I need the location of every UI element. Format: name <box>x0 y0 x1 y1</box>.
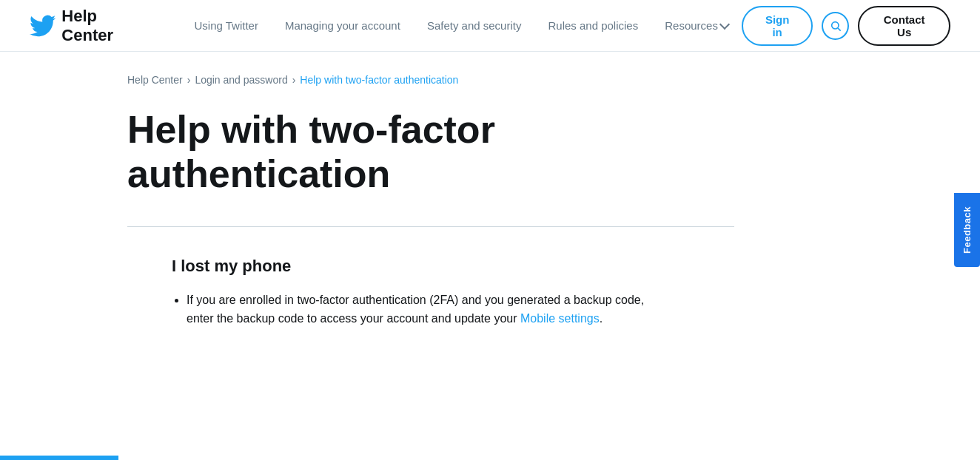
bullet-suffix: . <box>600 312 603 325</box>
section-divider <box>127 226 734 227</box>
mobile-settings-link[interactable]: Mobile settings <box>520 312 600 325</box>
section-heading: I lost my phone <box>172 257 660 276</box>
nav-using-twitter[interactable]: Using Twitter <box>181 0 272 52</box>
nav-safety-security[interactable]: Safety and security <box>414 0 535 52</box>
contact-us-button[interactable]: Contact Us <box>858 6 950 46</box>
search-icon <box>830 20 842 32</box>
feedback-tab[interactable]: Feedback <box>954 193 980 267</box>
logo-text: Help Center <box>61 7 151 45</box>
nav-resources[interactable]: Resources <box>651 0 742 52</box>
breadcrumb-separator-2: › <box>292 74 296 86</box>
header-actions: Sign in Contact Us <box>742 6 950 46</box>
svg-point-0 <box>831 21 838 28</box>
breadcrumb-separator-1: › <box>187 74 191 86</box>
main-nav: Using Twitter Managing your account Safe… <box>181 0 742 52</box>
main-content: Help Center › Login and password › Help … <box>98 52 882 379</box>
breadcrumb-login-password[interactable]: Login and password <box>195 74 287 86</box>
sign-in-button[interactable]: Sign in <box>742 6 813 46</box>
bullet-list: If you are enrolled in two-factor authen… <box>172 291 660 328</box>
breadcrumb: Help Center › Login and password › Help … <box>127 74 853 86</box>
twitter-logo-icon <box>30 13 56 39</box>
breadcrumb-current: Help with two-factor authentication <box>300 74 458 86</box>
page-title: Help with two-factor authentication <box>127 108 705 197</box>
article-content: I lost my phone If you are enrolled in t… <box>127 257 660 328</box>
nav-resources-label: Resources <box>665 19 718 32</box>
logo-link[interactable]: Help Center <box>30 7 152 45</box>
header: Help Center Using Twitter Managing your … <box>0 0 980 52</box>
search-button[interactable] <box>822 12 849 40</box>
bullet-item-1: If you are enrolled in two-factor authen… <box>187 291 660 328</box>
breadcrumb-help-center[interactable]: Help Center <box>127 74 183 86</box>
nav-rules-policies[interactable]: Rules and policies <box>534 0 651 52</box>
svg-line-1 <box>838 28 841 31</box>
nav-managing-account[interactable]: Managing your account <box>272 0 414 52</box>
chevron-down-icon <box>719 18 730 29</box>
